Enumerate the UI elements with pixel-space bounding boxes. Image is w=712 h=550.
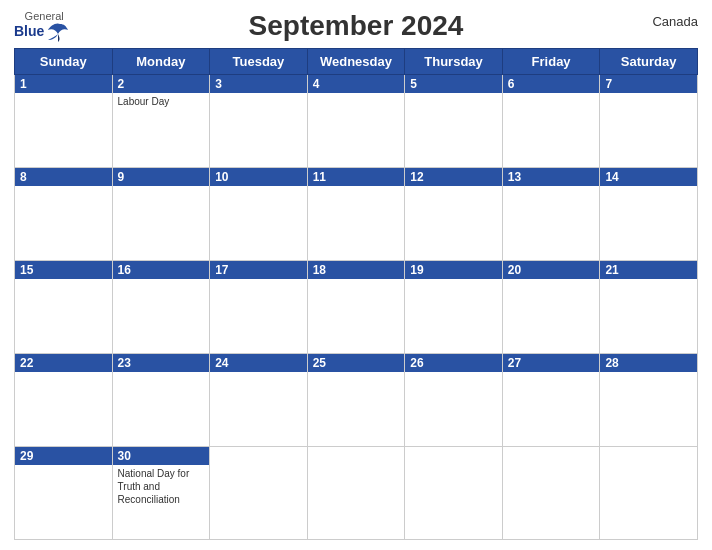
- calendar-cell: 19: [405, 261, 503, 354]
- day-number: 18: [308, 261, 405, 279]
- calendar-week-4: 22232425262728: [15, 354, 698, 447]
- weekday-header-tuesday: Tuesday: [210, 49, 308, 75]
- calendar-cell: 6: [502, 75, 600, 168]
- weekday-header-saturday: Saturday: [600, 49, 698, 75]
- weekday-header-thursday: Thursday: [405, 49, 503, 75]
- calendar-cell: 10: [210, 168, 308, 261]
- calendar-cell: [405, 447, 503, 540]
- calendar-cell: 30National Day for Truth and Reconciliat…: [112, 447, 210, 540]
- logo: General Blue: [14, 10, 74, 42]
- calendar-cell: 12: [405, 168, 503, 261]
- day-number: 2: [113, 75, 210, 93]
- day-number: 12: [405, 168, 502, 186]
- day-number: 9: [113, 168, 210, 186]
- calendar-cell: 11: [307, 168, 405, 261]
- calendar-cell: 2Labour Day: [112, 75, 210, 168]
- calendar-cell: 20: [502, 261, 600, 354]
- calendar-week-5: 2930National Day for Truth and Reconcili…: [15, 447, 698, 540]
- day-number: 16: [113, 261, 210, 279]
- calendar-cell: 15: [15, 261, 113, 354]
- day-number: 26: [405, 354, 502, 372]
- day-number: 19: [405, 261, 502, 279]
- calendar-week-1: 12Labour Day34567: [15, 75, 698, 168]
- weekday-header-sunday: Sunday: [15, 49, 113, 75]
- day-number: 3: [210, 75, 307, 93]
- day-number: 27: [503, 354, 600, 372]
- calendar-cell: 24: [210, 354, 308, 447]
- day-number: 24: [210, 354, 307, 372]
- calendar-cell: 29: [15, 447, 113, 540]
- calendar-cell: 27: [502, 354, 600, 447]
- calendar-cell: 4: [307, 75, 405, 168]
- day-number: 14: [600, 168, 697, 186]
- day-number: 21: [600, 261, 697, 279]
- holiday-label: Labour Day: [113, 93, 210, 110]
- day-number: 23: [113, 354, 210, 372]
- calendar-cell: 23: [112, 354, 210, 447]
- calendar-cell: 14: [600, 168, 698, 261]
- day-number: 6: [503, 75, 600, 93]
- calendar-cell: 13: [502, 168, 600, 261]
- calendar-title: September 2024: [249, 10, 464, 42]
- weekday-header-wednesday: Wednesday: [307, 49, 405, 75]
- day-number: 20: [503, 261, 600, 279]
- calendar-cell: 9: [112, 168, 210, 261]
- logo-blue-text: Blue: [14, 24, 44, 39]
- calendar-cell: [502, 447, 600, 540]
- day-number: 4: [308, 75, 405, 93]
- calendar-cell: 21: [600, 261, 698, 354]
- day-number: 25: [308, 354, 405, 372]
- calendar-cell: 26: [405, 354, 503, 447]
- calendar-cell: 3: [210, 75, 308, 168]
- country-label: Canada: [652, 14, 698, 29]
- calendar-cell: 25: [307, 354, 405, 447]
- day-number: 29: [15, 447, 112, 465]
- day-number: 17: [210, 261, 307, 279]
- day-number: 1: [15, 75, 112, 93]
- calendar-week-2: 891011121314: [15, 168, 698, 261]
- holiday-label: National Day for Truth and Reconciliatio…: [113, 465, 210, 508]
- calendar-cell: 18: [307, 261, 405, 354]
- day-number: 13: [503, 168, 600, 186]
- logo-general-text: General: [25, 10, 64, 22]
- calendar-table: SundayMondayTuesdayWednesdayThursdayFrid…: [14, 48, 698, 540]
- weekday-header-friday: Friday: [502, 49, 600, 75]
- weekday-header-monday: Monday: [112, 49, 210, 75]
- calendar-cell: 22: [15, 354, 113, 447]
- calendar-cell: 1: [15, 75, 113, 168]
- calendar-cell: 17: [210, 261, 308, 354]
- calendar-cell: 5: [405, 75, 503, 168]
- calendar-week-3: 15161718192021: [15, 261, 698, 354]
- logo-bird-icon: [46, 22, 74, 42]
- day-number: 10: [210, 168, 307, 186]
- day-number: 11: [308, 168, 405, 186]
- calendar-cell: [600, 447, 698, 540]
- day-number: 28: [600, 354, 697, 372]
- weekday-header-row: SundayMondayTuesdayWednesdayThursdayFrid…: [15, 49, 698, 75]
- day-number: 7: [600, 75, 697, 93]
- day-number: 30: [113, 447, 210, 465]
- calendar-cell: 28: [600, 354, 698, 447]
- day-number: 8: [15, 168, 112, 186]
- calendar-cell: 16: [112, 261, 210, 354]
- day-number: 5: [405, 75, 502, 93]
- calendar-cell: [210, 447, 308, 540]
- calendar-cell: [307, 447, 405, 540]
- day-number: 15: [15, 261, 112, 279]
- day-number: 22: [15, 354, 112, 372]
- calendar-cell: 7: [600, 75, 698, 168]
- calendar-header: General Blue September 2024 Canada: [14, 10, 698, 42]
- calendar-cell: 8: [15, 168, 113, 261]
